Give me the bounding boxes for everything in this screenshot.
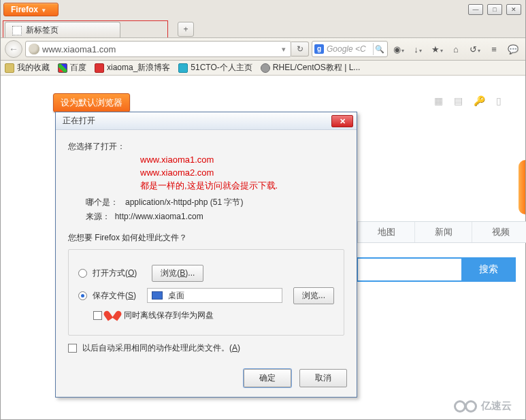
folder-icon bbox=[5, 63, 14, 73]
close-window-button[interactable]: ✕ bbox=[506, 4, 521, 15]
bookmark-label: RHEL/CentOS教程 | L... bbox=[273, 62, 361, 74]
mime-line: 哪个是： application/x-httpd-php (51 字节) bbox=[86, 197, 344, 208]
toolbar-icons: ◉ ↓ ★ ⌂ ↺ ≡ 💬 bbox=[391, 44, 521, 54]
annotation-line: 都是一样的,这是访问就会提示下载. bbox=[140, 180, 344, 193]
page-search: 搜索 bbox=[357, 257, 516, 282]
firefox-window: Firefox — □ ✕ 新标签页 + ← ▾ ↻ g Google <C 🔍… bbox=[0, 0, 526, 420]
grid-view-icon[interactable]: ▦ bbox=[434, 95, 443, 106]
open-with-row[interactable]: 打开方式(O) 浏览(B)... bbox=[78, 265, 334, 282]
huawei-row[interactable]: 同时离线保存到华为网盘 bbox=[93, 310, 334, 321]
site-identity-icon bbox=[29, 44, 39, 54]
save-file-label: 保存文件(S) bbox=[93, 290, 136, 302]
destination-field[interactable]: 桌面 bbox=[147, 288, 282, 303]
home-icon[interactable]: ⌂ bbox=[450, 44, 461, 54]
cat-video[interactable]: 视频 bbox=[472, 222, 526, 242]
yisuyun-watermark: 亿速云 bbox=[454, 400, 512, 413]
dialog-title: 正在打开 bbox=[63, 115, 95, 127]
cancel-button[interactable]: 取消 bbox=[299, 369, 347, 387]
bookmark-xiaoma-blog[interactable]: xiaoma_新浪博客 bbox=[95, 62, 170, 74]
reload-button[interactable]: ↻ bbox=[291, 42, 309, 56]
download-dialog: 正在打开 ✕ 您选择了打开： www.xiaoma1.com www.xiaom… bbox=[55, 112, 357, 398]
bookmark-star-icon[interactable]: ★ bbox=[431, 44, 442, 54]
destination-value: 桌面 bbox=[168, 290, 184, 302]
remember-row[interactable]: 以后自动采用相同的动作处理此类文件。(A) bbox=[68, 342, 344, 354]
back-button[interactable]: ← bbox=[5, 40, 22, 58]
from-line: 来源： http://www.xiaoma1.com bbox=[86, 211, 344, 223]
desktop-icon bbox=[152, 291, 163, 300]
bookmark-rhel-centos[interactable]: RHEL/CentOS教程 | L... bbox=[261, 62, 361, 74]
bookmark-label: 我的收藏 bbox=[17, 62, 50, 74]
huawei-label: 同时离线保存到华为网盘 bbox=[124, 310, 214, 321]
url-bar[interactable]: ▾ bbox=[25, 41, 291, 57]
dialog-titlebar[interactable]: 正在打开 ✕ bbox=[56, 112, 357, 130]
from-label: 来源： bbox=[86, 212, 110, 221]
search-go-icon[interactable]: 🔍 bbox=[373, 43, 385, 55]
remember-label: 以后自动采用相同的动作处理此类文件。(A) bbox=[82, 342, 240, 354]
cat-map[interactable]: 地图 bbox=[358, 222, 415, 242]
annotation-line: www.xiaoma2.com bbox=[140, 167, 344, 180]
search-engine-icon[interactable]: g bbox=[314, 44, 324, 54]
maximize-button[interactable]: □ bbox=[487, 4, 502, 15]
logo-glyph-icon bbox=[465, 400, 477, 413]
abp-icon[interactable]: ◉ bbox=[393, 44, 404, 54]
tab-title: 新标签页 bbox=[26, 25, 59, 36]
sina-icon bbox=[95, 63, 104, 73]
phone-icon[interactable]: ▯ bbox=[496, 95, 502, 106]
page-search-button[interactable]: 搜索 bbox=[461, 257, 516, 282]
cto-icon bbox=[178, 63, 188, 73]
huawei-checkbox[interactable] bbox=[93, 311, 102, 320]
url-input[interactable] bbox=[42, 44, 277, 54]
url-dropdown-icon[interactable]: ▾ bbox=[280, 45, 288, 54]
baidu-icon bbox=[58, 63, 67, 73]
category-tabs: 地图 新闻 视频 bbox=[357, 221, 526, 243]
downloads-icon[interactable]: ↓ bbox=[412, 44, 423, 54]
bookmarks-bar: 我的收藏 百度 xiaoma_新浪博客 51CTO-个人主页 RHEL/Cent… bbox=[1, 61, 525, 76]
key-icon[interactable]: 🔑 bbox=[474, 95, 485, 106]
tab-favicon bbox=[12, 26, 22, 35]
bookmark-my-favorites[interactable]: 我的收藏 bbox=[5, 62, 50, 74]
handle-question: 您想要 Firefox 如何处理此文件？ bbox=[68, 232, 344, 244]
nav-toolbar: ← ▾ ↻ g Google <C 🔍 ◉ ↓ ★ ⌂ ↺ ≡ 💬 bbox=[1, 37, 525, 61]
new-tab-button[interactable]: + bbox=[178, 22, 194, 37]
browse-dest-button[interactable]: 浏览... bbox=[293, 287, 334, 304]
watermark-text: 亿速云 bbox=[481, 400, 512, 413]
open-with-radio[interactable] bbox=[78, 269, 87, 278]
rhel-icon bbox=[261, 63, 270, 73]
mime-value: application/x-httpd-php (51 字节) bbox=[125, 197, 243, 207]
bookmark-label: xiaoma_新浪博客 bbox=[107, 62, 170, 74]
you-chose-label: 您选择了打开： bbox=[68, 141, 344, 152]
minimize-button[interactable]: — bbox=[468, 4, 483, 15]
save-file-row[interactable]: 保存文件(S) 桌面 浏览... bbox=[78, 287, 334, 304]
remember-checkbox[interactable] bbox=[68, 344, 77, 353]
set-default-browser-button[interactable]: 设为默认浏览器 bbox=[53, 93, 130, 112]
from-value: http://www.xiaoma1.com bbox=[115, 212, 203, 221]
cat-news[interactable]: 新闻 bbox=[415, 222, 472, 242]
search-placeholder: Google <C bbox=[327, 44, 370, 54]
chat-icon[interactable]: 💬 bbox=[508, 44, 519, 54]
sync-icon[interactable]: ↺ bbox=[470, 44, 480, 54]
bookmark-51cto[interactable]: 51CTO-个人主页 bbox=[178, 62, 252, 74]
annotation-line: www.xiaoma1.com bbox=[140, 154, 344, 167]
which-is-label: 哪个是： bbox=[86, 197, 118, 207]
window-controls: — □ ✕ bbox=[468, 4, 521, 15]
tab-new-tab-page[interactable]: 新标签页 bbox=[5, 22, 120, 38]
menu-icon[interactable]: ≡ bbox=[489, 44, 499, 54]
bookmark-label: 百度 bbox=[70, 62, 86, 74]
page-search-input[interactable] bbox=[357, 257, 461, 282]
browse-app-button[interactable]: 浏览(B)... bbox=[152, 265, 203, 282]
save-file-radio[interactable] bbox=[78, 291, 87, 300]
dialog-close-button[interactable]: ✕ bbox=[331, 115, 353, 127]
firefox-menu-button[interactable]: Firefox bbox=[3, 3, 59, 16]
tab-strip: 新标签页 bbox=[3, 20, 168, 38]
search-bar[interactable]: g Google <C 🔍 bbox=[312, 41, 388, 57]
bookmark-baidu[interactable]: 百度 bbox=[58, 62, 86, 74]
firefox-logo-edge bbox=[519, 160, 525, 214]
open-with-label: 打开方式(O) bbox=[93, 268, 137, 279]
dialog-body: 您选择了打开： www.xiaoma1.com www.xiaoma2.com … bbox=[56, 130, 357, 362]
list-view-icon[interactable]: ▤ bbox=[454, 95, 463, 106]
ok-button[interactable]: 确定 bbox=[244, 369, 291, 387]
annotation-text: www.xiaoma1.com www.xiaoma2.com 都是一样的,这是… bbox=[140, 154, 344, 193]
dialog-footer: 确定 取消 bbox=[56, 362, 357, 397]
huawei-icon bbox=[108, 310, 118, 321]
page-tool-icons: ▦ ▤ 🔑 ▯ bbox=[434, 95, 502, 106]
